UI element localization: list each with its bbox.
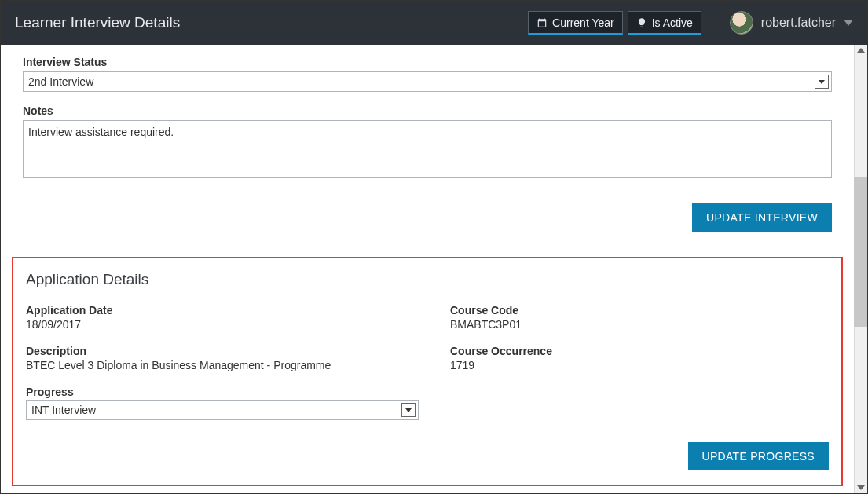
course-occurrence-label: Course Occurrence (450, 345, 829, 357)
application-details-card: Application Details Application Date 18/… (12, 257, 843, 486)
application-date-field: Application Date 18/09/2017 (26, 304, 419, 331)
filter-is-active-label: Is Active (652, 16, 693, 29)
main-content: Interview Status Notes UPDATE INTERVIEW … (1, 45, 854, 493)
scroll-thumb[interactable] (854, 177, 867, 327)
user-menu[interactable]: robert.fatcher (730, 11, 853, 35)
username-label: robert.fatcher (761, 16, 836, 30)
calendar-icon (537, 17, 548, 28)
course-occurrence-field: Course Occurrence 1719 (450, 345, 829, 371)
scroll-down-icon[interactable] (857, 485, 865, 490)
description-value: BTEC Level 3 Diploma in Business Managem… (26, 359, 419, 371)
application-date-value: 18/09/2017 (26, 318, 419, 331)
avatar (730, 11, 753, 35)
interview-status-label: Interview Status (23, 56, 832, 68)
notes-textarea[interactable] (23, 120, 832, 178)
chevron-down-icon (844, 20, 853, 26)
filter-is-active[interactable]: Is Active (628, 11, 701, 35)
course-code-value: BMABTC3P01 (450, 318, 829, 331)
application-date-label: Application Date (26, 304, 419, 317)
progress-field: Progress (26, 386, 419, 420)
interview-card: Interview Status Notes UPDATE INTERVIEW (12, 45, 843, 246)
scroll-up-icon[interactable] (857, 48, 865, 53)
course-code-label: Course Code (450, 304, 829, 317)
header-actions: Current Year Is Active robert.fatcher (528, 11, 853, 35)
app-header: Learner Interview Details Current Year I… (1, 1, 867, 45)
filter-current-year-label: Current Year (552, 16, 614, 29)
course-occurrence-value: 1719 (450, 359, 829, 371)
update-interview-button[interactable]: UPDATE INTERVIEW (692, 203, 832, 232)
progress-label: Progress (26, 386, 419, 398)
interview-status-select[interactable] (23, 71, 832, 92)
course-code-field: Course Code BMABTC3P01 (450, 304, 829, 331)
progress-select[interactable] (26, 400, 419, 420)
notes-label: Notes (23, 104, 832, 117)
application-section-title: Application Details (26, 271, 829, 288)
description-field: Description BTEC Level 3 Diploma in Busi… (26, 345, 419, 371)
notes-field: Notes (23, 104, 832, 181)
bulb-icon (636, 17, 647, 28)
filter-current-year[interactable]: Current Year (528, 11, 623, 35)
interview-status-field: Interview Status (23, 56, 832, 92)
description-label: Description (26, 345, 419, 357)
update-progress-button[interactable]: UPDATE PROGRESS (688, 442, 830, 470)
page-title: Learner Interview Details (15, 14, 180, 31)
